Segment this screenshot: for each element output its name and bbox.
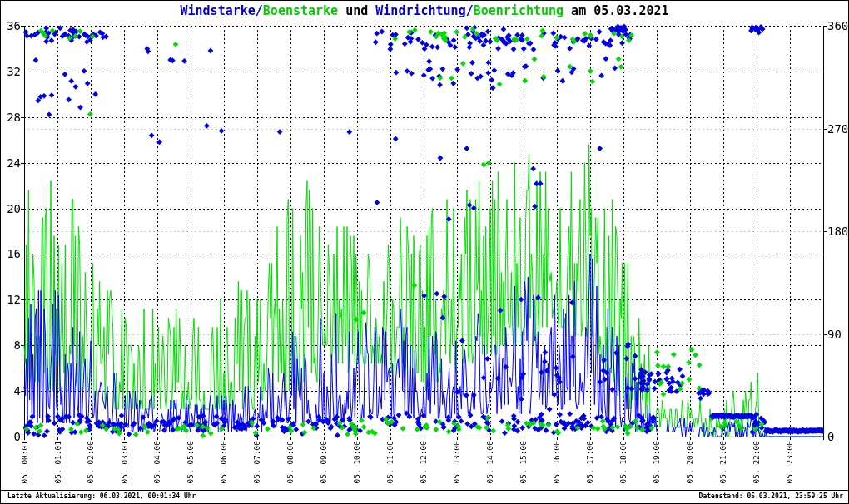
x-axis-tick-label: 05. 16:00: [552, 441, 562, 491]
chart-title-part: Windrichtung/: [375, 3, 473, 18]
x-axis-tick-label: 05. 05:00: [186, 441, 196, 491]
x-axis-tick-label: 05. 23:00: [785, 441, 795, 491]
chart-title-part: am 05.03.2021: [564, 3, 668, 18]
left-axis-tick-label: 20: [0, 203, 21, 215]
x-axis-tick-label: 05. 21:00: [718, 441, 728, 491]
footer-divider: [1, 490, 848, 491]
x-axis-tick-label: 05. 03:01: [120, 441, 130, 491]
left-axis-tick-label: 12: [0, 294, 21, 305]
x-axis-tick-label: 05. 19:00: [652, 441, 662, 491]
x-axis-tick-label: 05. 14:00: [485, 441, 495, 491]
left-axis-tick-label: 4: [0, 385, 21, 397]
x-axis-tick-label: 05. 08:00: [285, 441, 295, 491]
x-axis-tick-label: 05. 01:01: [53, 441, 63, 491]
chart-title-part: und: [338, 3, 375, 18]
chart-title-part: Boenrichtung: [474, 3, 564, 18]
x-axis-tick-label: 05. 18:00: [618, 441, 628, 491]
data-timestamp-text: Datenstand: 05.03.2021, 23:59:25 Uhr: [699, 492, 843, 500]
left-axis-tick-label: 32: [0, 66, 21, 77]
right-axis-tick-label: 360: [827, 20, 848, 32]
x-axis-tick-label: 05. 11:00: [385, 441, 395, 491]
chart-title-part: Boenstarke: [263, 3, 338, 18]
right-axis-tick-label: 90: [827, 329, 842, 340]
x-axis-tick-label: 05. 04:00: [152, 441, 162, 491]
chart-title-part: Windstarke/: [180, 3, 262, 18]
left-axis-tick-label: 24: [0, 157, 21, 169]
wind-chart-canvas: [1, 1, 849, 504]
left-axis-tick-label: 16: [0, 248, 21, 259]
x-axis-tick-label: 05. 20:00: [685, 441, 695, 491]
last-update-text: Letzte Aktualisierung: 06.03.2021, 00:01…: [7, 492, 196, 500]
x-axis-tick-label: 05. 12:00: [419, 441, 429, 491]
chart-frame: Windstarke/Boenstarke und Windrichtung/B…: [0, 0, 849, 504]
x-axis-tick-label: 05. 09:00: [319, 441, 329, 491]
x-axis-tick-label: 05. 10:00: [352, 441, 362, 491]
x-axis-tick-label: 05. 17:00: [585, 441, 595, 491]
right-axis-tick-label: 0: [827, 431, 834, 442]
x-axis-tick-label: 05. 15:00: [519, 441, 529, 491]
left-axis-tick-label: 36: [0, 20, 21, 32]
right-axis-tick-label: 270: [827, 123, 848, 135]
x-axis-tick-label: 05. 07:00: [252, 441, 262, 491]
x-axis-tick-label: 05. 00:01: [20, 441, 30, 491]
x-axis-tick-label: 05. 02:00: [86, 441, 96, 491]
x-axis-tick-label: 05. 22:00: [752, 441, 762, 491]
left-axis-tick-label: 28: [0, 111, 21, 123]
chart-title: Windstarke/Boenstarke und Windrichtung/B…: [1, 3, 848, 18]
x-axis-tick-label: 05. 13:00: [452, 441, 462, 491]
left-axis-tick-label: 8: [0, 339, 21, 351]
left-axis-tick-label: 0: [0, 431, 21, 442]
x-axis-tick-label: 05. 06:00: [219, 441, 229, 491]
right-axis-tick-label: 180: [827, 225, 848, 237]
